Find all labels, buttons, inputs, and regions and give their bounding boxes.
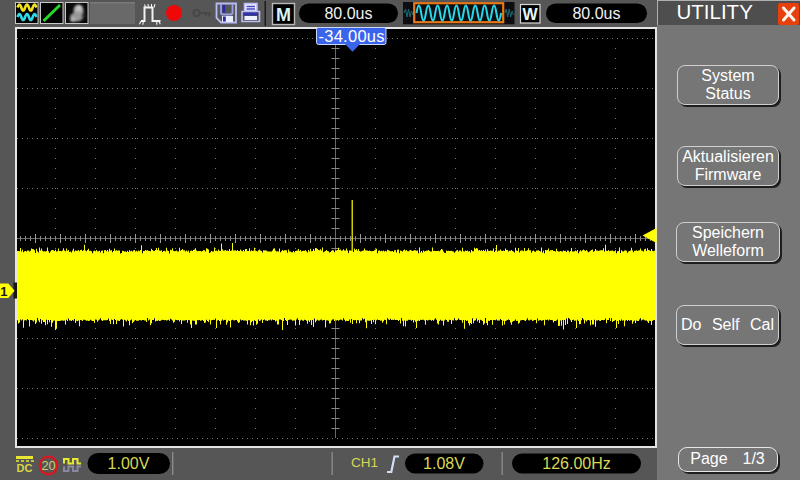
svg-text:-34.00us: -34.00us: [319, 27, 385, 45]
svg-text:20: 20: [41, 458, 55, 473]
svg-text:126.00Hz: 126.00Hz: [542, 455, 611, 472]
svg-text:DC: DC: [17, 462, 33, 474]
svg-text:1.00V: 1.00V: [108, 455, 150, 472]
svg-text:1.08V: 1.08V: [423, 455, 465, 472]
svg-text:CH1: CH1: [351, 455, 378, 470]
svg-text:1: 1: [0, 284, 7, 299]
